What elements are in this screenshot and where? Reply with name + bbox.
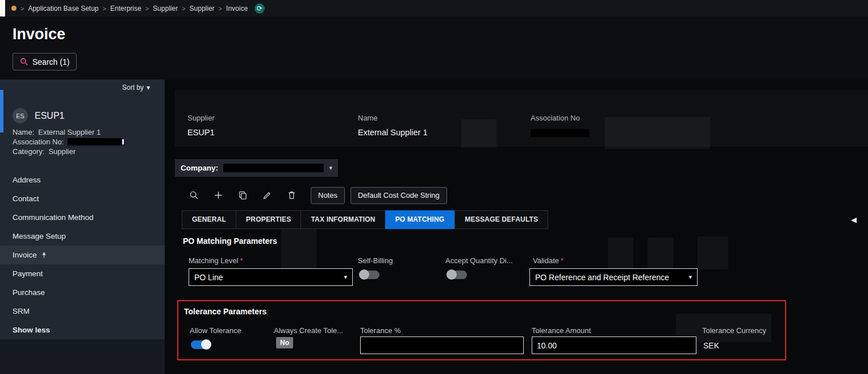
chevron-down-icon: ▾ [688,273,692,281]
accept-quantity-toggle[interactable] [446,271,467,279]
supplier-label: Supplier [187,114,215,122]
chevron-down-icon: ▾ [329,164,332,172]
tab-po-matching[interactable]: PO MATCHING [385,210,455,229]
matching-level-label: Matching Level* [189,256,243,265]
delete-icon[interactable] [286,190,297,201]
edit-icon[interactable] [262,190,272,201]
validate-value: PO Reference and Receipt Reference [535,273,669,282]
sidebar: Sort by ▾ ES ESUP1 Name: External Suppli… [0,80,165,374]
breadcrumb-separator: > [20,5,24,12]
breadcrumb-item[interactable]: Supplier [153,5,178,13]
allow-tolerance-toggle[interactable] [191,340,211,349]
sidebar-menu: Address Contact Communication Method Mes… [0,171,165,339]
association-no-label: Association No [531,114,589,122]
ghost-block [608,238,633,268]
tolerance-parameters-section: Tolerance Parameters Allow Tolerance Alw… [177,300,786,360]
validate-label: Validate* [533,256,564,265]
self-billing-toggle[interactable] [359,271,379,279]
required-marker: * [240,256,243,265]
sidebar-item-communication-method[interactable]: Communication Method [0,208,165,227]
collapse-arrow-icon[interactable]: ◀ [851,215,857,224]
field-association-no: Association No [531,114,589,137]
default-cost-code-string-button[interactable]: Default Cost Code String [350,187,447,204]
main-content: Supplier ESUP1 Name External Supplier 1 … [165,80,868,374]
chevron-down-icon: ▾ [344,273,347,281]
sidebar-item-srm[interactable]: SRM [0,302,165,321]
record-card[interactable]: ES ESUP1 [12,108,64,123]
ghost-block [698,236,728,269]
field-supplier: Supplier ESUP1 [187,114,215,137]
breadcrumb-separator: > [145,5,149,12]
accept-quantity-label: Accept Quantity Di... [445,256,513,265]
tolerance-percent-input[interactable] [360,336,524,354]
tolerance-percent-label: Tolerance % [360,326,401,335]
record-card-title: ESUP1 [35,111,64,121]
toolbar: Notes Default Cost Code String [189,186,453,204]
matching-level-select[interactable]: PO Line ▾ [189,268,353,286]
tolerance-amount-input[interactable] [532,336,696,354]
self-billing-label: Self-Billing [358,256,393,265]
association-no-redacted-value [531,129,589,137]
card-association-label: Association No: [12,138,64,146]
search-icon[interactable] [189,190,199,201]
tolerance-currency-label: Tolerance Currency [702,326,766,335]
breadcrumb-item[interactable]: Invoice [226,5,248,13]
copy-icon[interactable] [237,190,248,201]
add-icon[interactable] [213,190,223,201]
field-name: Name External Supplier 1 [358,114,428,137]
company-selector[interactable]: Company: ▾ [175,159,338,177]
pin-icon [41,252,47,259]
search-button[interactable]: Search (1) [12,53,77,70]
tab-properties[interactable]: PROPERTIES [236,210,301,229]
sidebar-item-show-less[interactable]: Show less [0,321,165,339]
company-label: Company: [181,164,218,172]
ghost-block [281,228,316,269]
tolerance-section-title: Tolerance Parameters [184,307,266,316]
sidebar-item-payment[interactable]: Payment [0,264,165,283]
ghost-block [648,238,673,268]
tab-tax-information[interactable]: TAX INFORMATION [301,210,385,229]
ghost-block [461,119,496,148]
card-category-label: Category: [12,147,44,156]
sidebar-item-purchase[interactable]: Purchase [0,283,165,302]
sidebar-item-invoice[interactable]: Invoice [0,246,165,264]
page-title: Invoice [12,26,65,43]
tab-bar: GENERAL PROPERTIES TAX INFORMATION PO MA… [182,210,548,229]
sidebar-footer [0,339,165,374]
name-label: Name [358,114,428,122]
toggle-knob [359,269,369,280]
required-marker: * [561,256,564,265]
company-redacted-value [223,164,324,172]
notes-button[interactable]: Notes [311,187,345,204]
validate-select[interactable]: PO Reference and Receipt Reference ▾ [529,268,698,286]
always-create-tolerance-value-badge[interactable]: No [276,337,293,348]
tab-message-defaults[interactable]: MESSAGE DEFAULTS [454,210,548,229]
card-name-value: External Supplier 1 [38,128,101,136]
tab-general[interactable]: GENERAL [182,210,236,229]
matching-level-value: PO Line [194,273,223,282]
card-association-redacted-value [68,138,122,146]
app-window: > Application Base Setup > Enterprise > … [0,0,868,374]
status-dot-icon [11,6,16,11]
sidebar-item-message-setup[interactable]: Message Setup [0,227,165,246]
name-value: External Supplier 1 [358,128,428,137]
search-button-label: Search (1) [32,57,69,67]
refresh-icon[interactable]: ⟳ [254,3,265,14]
search-icon [20,57,28,66]
breadcrumb-item[interactable]: Application Base Setup [28,5,98,13]
tolerance-amount-label: Tolerance Amount [532,326,591,335]
breadcrumb-item[interactable]: Enterprise [110,5,141,13]
always-create-tolerance-label: Always Create Tole... [274,326,343,335]
sort-by-control[interactable]: Sort by ▾ [122,84,150,92]
window-corner [0,0,5,16]
breadcrumb-item[interactable]: Supplier [190,5,215,13]
card-name-label: Name: [12,128,34,136]
breadcrumb-separator: > [103,5,106,12]
toggle-knob [446,269,457,280]
sidebar-item-address[interactable]: Address [0,171,165,189]
chevron-down-icon: ▾ [147,84,150,92]
sidebar-item-contact[interactable]: Contact [0,189,165,208]
tolerance-currency-value: SEK [703,341,719,350]
allow-tolerance-label: Allow Tolerance [190,326,241,335]
supplier-value: ESUP1 [187,128,215,137]
